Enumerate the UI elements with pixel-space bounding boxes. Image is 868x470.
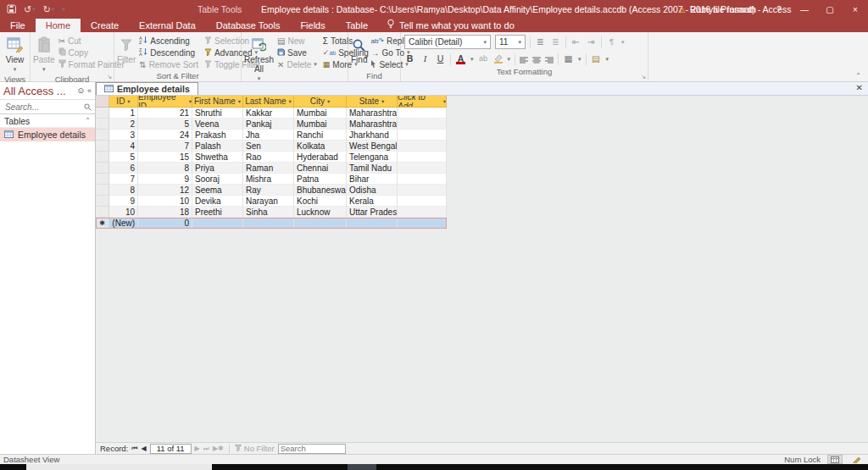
cell[interactable]: Preethi [192,207,243,218]
cell[interactable] [398,130,447,141]
text-direction-icon[interactable]: ¶ [606,36,617,48]
view-button[interactable]: View ▾ [3,35,27,74]
align-left-icon[interactable] [520,52,528,67]
cell[interactable] [243,218,294,229]
last-record-button[interactable]: ⏭ [203,445,209,453]
cell[interactable]: 15 [138,152,192,163]
first-record-button[interactable]: ⏮ [131,445,137,453]
cell[interactable]: Veena [192,119,243,130]
cell[interactable]: Telengana [347,152,398,163]
collapse-ribbon-icon[interactable]: ⌃ [855,72,861,80]
cell[interactable]: West Bengal [347,141,398,152]
previous-record-button[interactable]: ◀ [141,445,146,452]
cell[interactable]: Palash [192,141,243,152]
record-search-input[interactable] [279,444,345,453]
cell[interactable]: 7 [109,174,138,185]
cell[interactable]: Sen [243,141,294,152]
windows-taskbar[interactable] [0,464,868,470]
cell[interactable]: 7 [138,141,192,152]
column-header-state[interactable]: State▾ [347,96,398,108]
font-color-button[interactable]: A [455,53,466,65]
cell[interactable]: Uttar Pradesh [347,207,398,218]
column-header-click-to-add[interactable]: Click to Add▾ [398,96,447,108]
delete-record-button[interactable]: ✕Delete▾ [275,58,320,70]
ascending-button[interactable]: AZAscending [136,35,201,47]
tab-home[interactable]: Home [36,19,81,32]
cell[interactable]: 6 [109,163,138,174]
cell[interactable]: Sinha [243,207,294,218]
cell[interactable] [398,163,447,174]
next-record-button[interactable]: ▶ [195,445,200,452]
column-dropdown-icon[interactable]: ▾ [189,98,192,105]
cell[interactable]: Seema [192,185,243,196]
row-selector[interactable] [96,152,109,163]
cell[interactable]: 21 [138,108,192,119]
clipboard-dialog-launcher-icon[interactable]: ↘ [107,74,112,80]
cell[interactable]: Maharashtra [347,119,398,130]
nav-search-input[interactable] [3,102,84,113]
cell[interactable]: 12 [138,185,192,196]
row-selector[interactable] [96,196,109,207]
nav-search-icon[interactable] [84,99,92,114]
redo-button[interactable]: ↻▾ [43,4,55,15]
gridlines-icon[interactable]: ▦ [563,53,574,65]
cell[interactable]: Maharashtra [347,108,398,119]
text-formatting-dialog-launcher-icon[interactable]: ↘ [641,74,646,80]
cell[interactable]: 1 [109,108,138,119]
align-right-icon[interactable] [545,52,554,67]
column-dropdown-icon[interactable]: ▾ [289,98,292,105]
cell[interactable] [398,152,447,163]
tell-me-box[interactable]: Tell me what you want to do [378,19,523,32]
bullets-icon[interactable]: ≣ [535,36,546,48]
cell[interactable]: 2 [109,119,138,130]
column-header-city[interactable]: City▾ [294,96,347,108]
row-selector[interactable] [96,130,109,141]
shutter-bar-close-icon[interactable]: « [87,86,92,95]
cell[interactable]: Shwetha [192,152,243,163]
highlight-button[interactable]: ab [478,53,489,65]
nav-pane-menu-icon[interactable]: ⊙ [77,86,84,95]
tab-create[interactable]: Create [81,19,129,32]
tab-external-data[interactable]: External Data [129,19,206,32]
datasheet-view-button[interactable] [827,455,843,464]
select-all-corner[interactable] [96,96,109,108]
taskbar-active-app[interactable] [26,464,212,470]
nav-item-employee-details[interactable]: Employee details [0,128,95,141]
filter-button[interactable]: Filter [117,35,136,64]
column-dropdown-icon[interactable]: ▾ [327,98,330,105]
italic-button[interactable]: I [420,53,431,65]
cell[interactable]: Kolkata [294,141,347,152]
cell[interactable]: Priya [192,163,243,174]
cell[interactable]: Rao [243,152,294,163]
column-dropdown-icon[interactable]: ▾ [381,98,384,105]
save-icon[interactable] [7,4,16,15]
cell[interactable]: Chennai [294,163,347,174]
tab-fields[interactable]: Fields [290,19,335,32]
filter-indicator[interactable]: No Filter [235,444,275,453]
decrease-indent-icon[interactable]: ⇤ [570,36,581,48]
customize-qat-icon[interactable]: ▾ [62,6,65,13]
row-selector[interactable] [96,119,109,130]
column-dropdown-icon[interactable]: ▾ [443,98,446,105]
minimize-button[interactable]: — [792,0,817,19]
new-record-button[interactable]: ▤New [275,35,320,47]
cell[interactable]: Lucknow [294,207,347,218]
cell[interactable]: Odisha [347,185,398,196]
cell[interactable]: Kochi [294,196,347,207]
row-selector[interactable] [96,207,109,218]
cell[interactable]: Hyderabad [294,152,347,163]
cell[interactable]: 9 [109,196,138,207]
bold-button[interactable]: B [404,53,415,65]
tab-table[interactable]: Table [336,19,378,32]
cell[interactable]: Bhubaneswar [294,185,347,196]
font-name-combo[interactable]: Calibri (Detail)▾ [404,35,491,49]
cell[interactable]: 3 [109,130,138,141]
restore-button[interactable]: ▢ [817,0,843,19]
cell[interactable]: 10 [109,207,138,218]
cell[interactable]: Mishra [243,174,294,185]
record-position[interactable]: 11 of 11 [150,444,192,454]
document-tab-employee-details[interactable]: Employee details [96,82,198,95]
numbering-icon[interactable]: ≣ [550,36,561,48]
new-blank-record-button[interactable]: ▶✱ [213,445,224,452]
font-size-combo[interactable]: 11▾ [495,35,526,49]
